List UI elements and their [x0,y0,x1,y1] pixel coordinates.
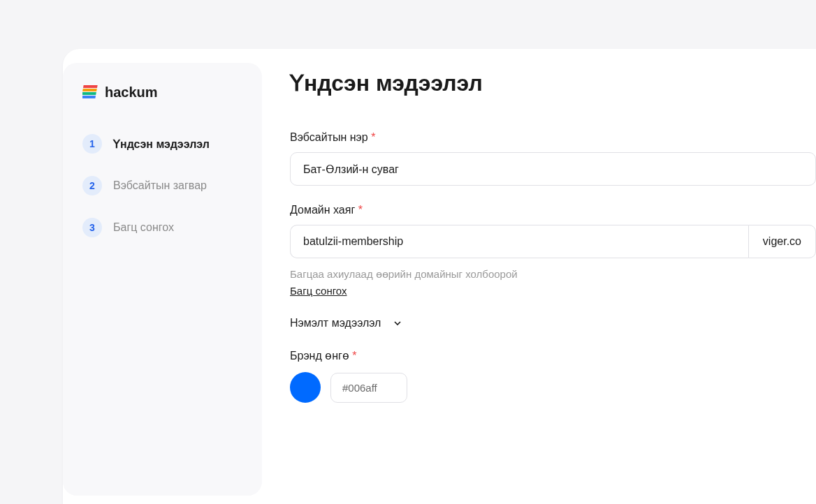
step-number: 1 [82,134,102,154]
package-select-link[interactable]: Багц сонгох [290,285,347,297]
svg-rect-2 [82,92,96,95]
required-indicator: * [371,131,375,143]
website-name-group: Вэбсайтын нэр * [290,131,816,186]
page-title: Үндсэн мэдээлэл [290,70,816,96]
additional-info-label: Нэмэлт мэдээлэл [290,317,381,329]
brand-color-group: Брэнд өнгө * [290,349,816,403]
website-name-input[interactable] [290,152,816,186]
steps-nav: 1 Үндсэн мэдээлэл 2 Вэбсайтын загвар 3 Б… [77,128,248,243]
step-label: Вэбсайтын загвар [113,179,207,192]
logo: hackum [77,84,248,101]
step-label: Үндсэн мэдээлэл [113,138,210,151]
step-label: Багц сонгох [113,221,174,234]
step-number: 3 [82,218,102,237]
brand-color-label: Брэнд өнгө * [290,349,816,362]
website-name-label: Вэбсайтын нэр * [290,131,816,144]
logo-text: hackum [105,84,158,101]
additional-info-toggle[interactable]: Нэмэлт мэдээлэл [290,317,816,329]
svg-rect-0 [83,85,98,88]
domain-helper-text: Багцаа ахиулаад өөрийн домайныг холбооро… [290,268,816,281]
step-number: 2 [82,176,102,195]
domain-label: Домайн хаяг * [290,204,816,216]
color-hex-input[interactable] [330,373,407,403]
step-website-design[interactable]: 2 Вэбсайтын загвар [77,170,248,201]
main-content: Үндсэн мэдээлэл Вэбсайтын нэр * Домайн х… [290,49,816,504]
domain-suffix: viger.co [748,225,816,258]
chevron-down-icon [392,318,403,329]
svg-rect-3 [82,96,96,98]
step-select-package[interactable]: 3 Багц сонгох [77,212,248,243]
logo-icon [82,84,99,101]
step-basic-info[interactable]: 1 Үндсэн мэдээлэл [77,128,248,159]
required-indicator: * [358,204,363,216]
color-swatch[interactable] [290,372,321,403]
svg-rect-1 [82,89,97,91]
sidebar: hackum 1 Үндсэн мэдээлэл 2 Вэбсайтын заг… [63,63,262,496]
domain-group: Домайн хаяг * viger.co Багцаа ахиулаад ө… [290,204,816,297]
required-indicator: * [352,350,356,362]
domain-input[interactable] [290,225,748,258]
